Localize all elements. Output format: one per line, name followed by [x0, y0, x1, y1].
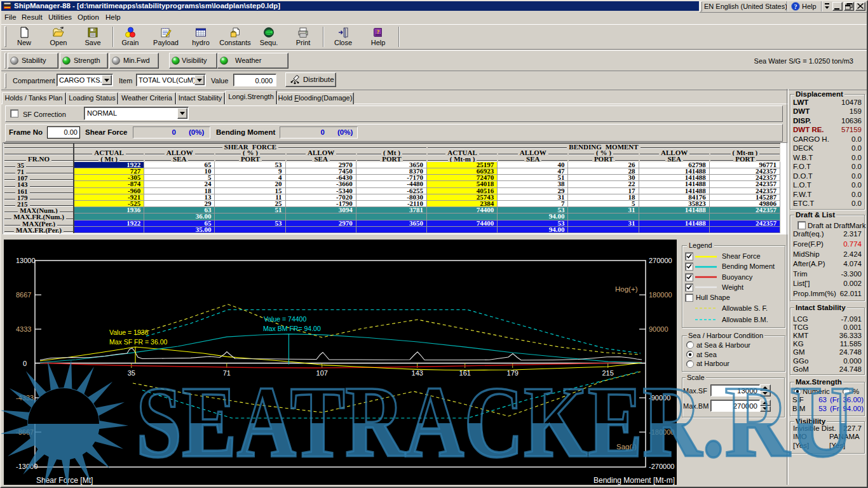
svg-text:-13000: -13000: [16, 463, 37, 470]
svg-text:Shear Force [Mt]: Shear Force [Mt]: [36, 476, 93, 485]
svg-text:Value = 74400: Value = 74400: [264, 315, 306, 323]
svg-text:180000: 180000: [649, 291, 672, 299]
svg-text:179: 179: [507, 369, 519, 377]
svg-text:Max SF FR = 36.00: Max SF FR = 36.00: [109, 338, 167, 346]
svg-text:35: 35: [128, 369, 135, 377]
svg-text:Hog(+): Hog(+): [615, 285, 638, 293]
svg-text:8667: 8667: [16, 291, 31, 299]
svg-text:107: 107: [316, 369, 328, 377]
svg-text:?: ?: [794, 3, 797, 10]
svg-text:Value = 1936: Value = 1936: [109, 329, 149, 336]
svg-text:270000: 270000: [649, 257, 672, 264]
svg-text:?: ?: [377, 29, 380, 35]
svg-text:215: 215: [602, 369, 614, 377]
svg-text:Bending Moment [Mt-m]: Bending Moment [Mt-m]: [593, 476, 675, 485]
svg-text:-180000: -180000: [649, 428, 674, 436]
svg-text:-270000: -270000: [649, 463, 674, 470]
svg-text:Sag(-): Sag(-): [616, 443, 637, 451]
svg-text:0: 0: [23, 360, 27, 367]
svg-text:-90000: -90000: [649, 394, 670, 402]
svg-text:143: 143: [412, 369, 423, 377]
svg-text:90000: 90000: [649, 325, 668, 333]
svg-text:4333: 4333: [16, 325, 31, 333]
svg-text:71: 71: [223, 369, 231, 377]
svg-text:13000: 13000: [16, 257, 36, 264]
svg-text:-4333: -4333: [16, 394, 34, 402]
svg-text:-8667: -8667: [16, 428, 34, 436]
svg-text:Max BM FR= 94.00: Max BM FR= 94.00: [263, 325, 321, 332]
